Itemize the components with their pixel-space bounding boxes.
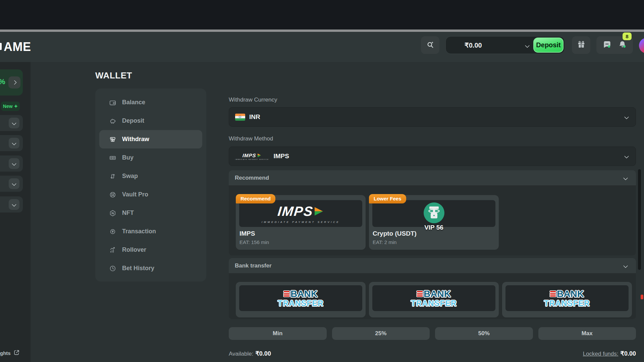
sidebar-collapsed-item[interactable] — [0, 135, 23, 151]
payment-card-crypto-usdt[interactable]: Lower Fees VIP 56 Crypto (US — [369, 195, 499, 250]
amount-quick-buttons: Min 25% 50% Max — [229, 327, 636, 340]
site-logo[interactable]: AME — [4, 40, 31, 54]
red-bars-icon — [417, 290, 423, 298]
chevron-down-icon[interactable] — [525, 43, 530, 48]
chat-icon[interactable] — [602, 40, 611, 50]
search-button[interactable] — [421, 36, 439, 54]
wallet-menu-item-swap[interactable]: Swap — [99, 167, 202, 185]
pct-25-button[interactable]: 25% — [332, 327, 430, 340]
horizontal-divider — [0, 29, 644, 32]
wallet-menu-item-balance[interactable]: Balance — [99, 93, 202, 112]
withdraw-currency-label: Withdraw Currency — [229, 97, 277, 103]
recommend-section-header[interactable]: Recommend — [229, 170, 636, 185]
payment-card-bank-transfer[interactable]: BANK TRANSFER — [502, 282, 632, 317]
bank-transfer-logo-box: BANK TRANSFER — [505, 285, 629, 311]
pct-50-button[interactable]: 50% — [435, 327, 533, 340]
bank-transfer-logo-box: BANK TRANSFER — [372, 285, 495, 311]
chevron-down-icon — [623, 175, 628, 180]
section-title: Recommend — [235, 175, 269, 181]
wallet-menu-item-deposit[interactable]: Deposit — [99, 112, 202, 130]
swap-icon — [109, 173, 116, 180]
method-select[interactable]: IMPS IMMEDIATE PAYMENT SERVICE IMPS — [229, 146, 636, 166]
avatar[interactable] — [639, 38, 644, 53]
wallet-menu-item-bet-history[interactable]: Bet History — [99, 259, 202, 278]
sidebar-collapsed-item[interactable] — [0, 196, 23, 213]
wallet-page: AME ₹0.00 Deposit — [0, 0, 644, 362]
deposit-button[interactable]: Deposit — [533, 38, 564, 53]
available-funds: Available:₹0.00 — [229, 350, 271, 357]
recommend-badge: Recommend — [236, 194, 275, 203]
expand-section-button[interactable] — [9, 199, 19, 210]
vault-icon — [109, 191, 116, 198]
payment-card-imps[interactable]: Recommend IMPS IMMEDIATE PAYMENT SERVICE… — [236, 195, 366, 250]
payment-card-bank-transfer[interactable]: BANK TRANSFER — [369, 282, 499, 317]
chevron-down-icon — [12, 181, 16, 186]
sidebar-collapsed-item[interactable] — [0, 176, 23, 192]
balance-footer: Available:₹0.00 Locked funds:₹0.00 — [229, 350, 636, 357]
sidebar-promo-card[interactable]: % — [0, 69, 23, 96]
sidebar: % New ✦ ghts — [0, 62, 31, 362]
app-header: AME ₹0.00 Deposit — [0, 32, 644, 62]
wallet-balance-dropdown[interactable]: ₹0.00 Deposit — [445, 36, 565, 54]
chevron-right-icon — [12, 80, 17, 85]
page-title: WALLET — [95, 70, 132, 81]
expand-section-button[interactable] — [9, 138, 19, 148]
chevron-down-icon — [12, 161, 16, 166]
locked-funds-link[interactable]: Locked funds: — [583, 351, 619, 357]
method-name: IMPS — [239, 230, 255, 237]
menu-label: Bet History — [122, 265, 154, 272]
method-eat: EAT: 2 min — [373, 239, 396, 245]
sidebar-collapsed-item[interactable] — [0, 156, 23, 172]
logo-fragment — [0, 43, 2, 50]
menu-label: Vault Pro — [122, 191, 148, 198]
bank-transfer-logo: BANK TRANSFER — [544, 289, 590, 308]
top-dark-strip — [0, 0, 644, 29]
menu-label: Rollover — [122, 246, 146, 253]
wallet-menu: Balance Deposit Withdraw — [95, 88, 206, 282]
bonus-button[interactable] — [572, 36, 590, 54]
bank-transfer-logo-box: BANK TRANSFER — [239, 285, 362, 311]
balance-amount: ₹0.00 — [465, 41, 482, 49]
imps-logo: IMPS IMMEDIATE PAYMENT SERVICE — [235, 153, 269, 160]
wallet-menu-item-nft[interactable]: NFT — [99, 204, 202, 222]
red-bars-icon — [550, 290, 556, 298]
wallet-menu-item-withdraw[interactable]: Withdraw — [99, 130, 202, 148]
sidebar-collapsed-item[interactable] — [0, 115, 23, 131]
menu-label: Buy — [122, 154, 133, 161]
footer-link[interactable]: ghts — [0, 349, 20, 357]
payment-card-bank-transfer[interactable]: BANK TRANSFER — [236, 282, 366, 317]
expand-section-button[interactable] — [9, 118, 19, 128]
wallet-menu-item-vault-pro[interactable]: Vault Pro — [99, 185, 202, 204]
locked-funds: Locked funds:₹0.00 — [583, 350, 636, 357]
bell-icon[interactable] — [618, 40, 627, 50]
currency-value: INR — [249, 113, 260, 121]
max-button[interactable]: Max — [538, 327, 636, 340]
expand-section-button[interactable] — [9, 158, 19, 169]
wallet-menu-item-rollover[interactable]: Rollover — [99, 241, 202, 259]
external-link-icon — [13, 349, 20, 357]
menu-label: Deposit — [122, 117, 144, 124]
available-value: ₹0.00 — [255, 350, 271, 357]
imps-logo: IMPS IMMEDIATE PAYMENT SERVICE — [262, 204, 340, 224]
clock-icon — [109, 265, 116, 272]
expand-section-button[interactable] — [9, 178, 19, 189]
recommend-section-body: Recommend IMPS IMMEDIATE PAYMENT SERVICE… — [229, 185, 636, 255]
wallet-menu-item-transaction[interactable]: Transaction — [99, 222, 202, 241]
min-button[interactable]: Min — [229, 327, 327, 340]
scrollbar-thumb[interactable] — [638, 169, 641, 270]
search-icon — [426, 40, 435, 50]
bank-transfer-logo: BANK TRANSFER — [411, 289, 457, 308]
bank-transfer-logo: BANK TRANSFER — [278, 289, 324, 308]
menu-label: Swap — [122, 173, 138, 180]
red-notch — [641, 295, 643, 299]
currency-select[interactable]: INR — [229, 107, 636, 127]
method-eat: EAT: 156 min — [239, 239, 269, 245]
wallet-icon — [109, 99, 116, 106]
vip-label: VIP 56 — [369, 224, 499, 231]
notification-count-badge: 8 — [622, 32, 632, 41]
gift-icon — [577, 40, 586, 50]
red-bars-icon — [284, 290, 289, 298]
wallet-menu-item-buy[interactable]: Buy — [99, 148, 202, 167]
expand-sidebar-button[interactable] — [8, 76, 20, 88]
bank-transfer-section-header[interactable]: Bank transfer — [229, 258, 636, 273]
